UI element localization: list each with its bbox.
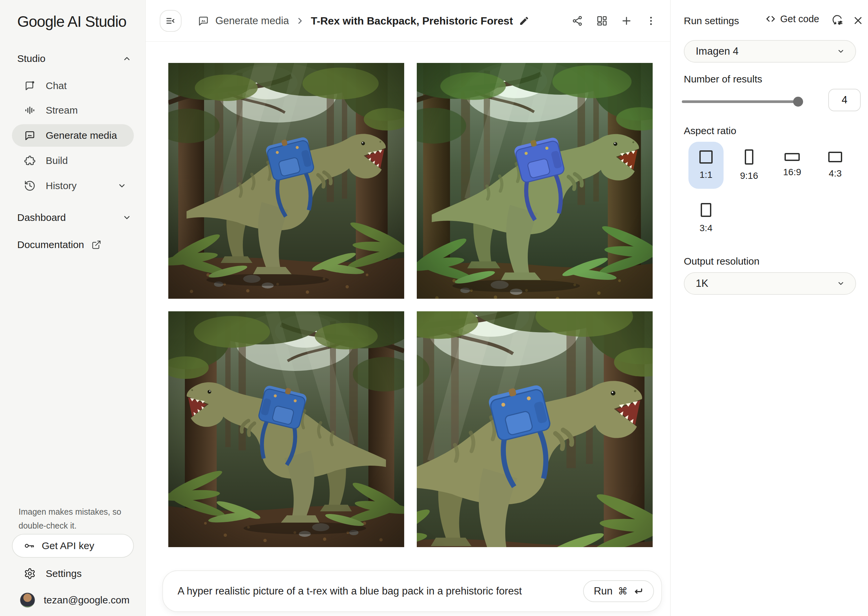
prompt-bar[interactable]: A hyper realistic picture of a t-rex wit…	[162, 570, 662, 612]
generated-image-1[interactable]	[168, 63, 404, 299]
google-ai-studio-app: Google AI Studio Studio Chat Stream Gene…	[0, 0, 868, 616]
main-content: Generate media T-Rex with Backpack, Preh…	[146, 0, 670, 616]
page-title: T-Rex with Backpack, Prehistoric Forest	[311, 15, 513, 27]
get-code-button[interactable]: Get code	[765, 13, 819, 25]
slider-track[interactable]	[682, 101, 803, 103]
main-topbar: Generate media T-Rex with Backpack, Preh…	[146, 0, 670, 42]
settings-button[interactable]: Settings	[24, 563, 82, 585]
build-puzzle-icon	[24, 155, 36, 167]
topbar-actions	[571, 0, 657, 42]
user-account[interactable]: tezan@google.com	[20, 589, 129, 611]
chat-icon	[24, 80, 36, 92]
sidebar-item-documentation[interactable]: Documentation	[17, 239, 132, 250]
aspect-ratio-4-3[interactable]: 4:3	[818, 142, 853, 189]
number-of-results-label: Number of results	[684, 74, 762, 85]
aspect-ratio-16-9[interactable]: 16:9	[775, 142, 810, 189]
documentation-label: Documentation	[17, 239, 84, 250]
chevron-down-icon	[121, 212, 132, 223]
slider-thumb[interactable]	[793, 97, 803, 107]
prompt-input[interactable]: A hyper realistic picture of a t-rex wit…	[178, 585, 583, 597]
number-of-results-slider[interactable]	[682, 97, 803, 107]
more-options-icon[interactable]	[645, 15, 657, 27]
output-resolution-select[interactable]: 1K	[684, 272, 856, 295]
aspect-ratio-3-4[interactable]: 3:4	[689, 195, 723, 242]
aspect-ratio-label: Aspect ratio	[684, 125, 736, 137]
model-disclaimer: Imagen makes mistakes, so double-check i…	[19, 505, 124, 533]
run-settings-title: Run settings	[684, 15, 739, 27]
command-key-glyph: ⌘	[618, 586, 627, 597]
run-button[interactable]: Run ⌘	[583, 580, 654, 602]
sidebar-item-label: History	[46, 180, 77, 192]
aspect-ratio-1-1[interactable]: 1:1	[689, 142, 723, 189]
breadcrumb: Generate media T-Rex with Backpack, Preh…	[197, 0, 530, 42]
edit-title-icon[interactable]	[519, 16, 530, 26]
app-logo[interactable]: Google AI Studio	[17, 13, 126, 30]
user-email: tezan@google.com	[44, 594, 129, 606]
model-select[interactable]: Imagen 4	[684, 40, 856, 63]
chevron-up-icon	[121, 53, 132, 64]
sidebar-item-chat[interactable]: Chat	[12, 74, 134, 97]
get-api-key-button[interactable]: Get API key	[12, 534, 134, 558]
key-icon	[24, 540, 35, 552]
collapse-sidebar-icon	[165, 15, 176, 27]
sidebar-section-dashboard[interactable]: Dashboard	[17, 212, 132, 223]
get-api-key-label: Get API key	[42, 540, 94, 552]
run-settings-header: Run settings Get code	[671, 0, 868, 42]
sidebar: Google AI Studio Studio Chat Stream Gene…	[0, 0, 146, 616]
sidebar-item-label: Generate media	[46, 130, 117, 141]
generated-image-3[interactable]	[168, 311, 404, 547]
reset-settings-icon[interactable]	[831, 14, 844, 27]
sidebar-item-stream[interactable]: Stream	[12, 99, 134, 121]
avatar	[20, 592, 35, 608]
chevron-right-icon	[295, 16, 305, 26]
ratio-9-16-icon	[745, 149, 753, 165]
chevron-down-icon	[836, 279, 846, 288]
run-button-label: Run	[594, 585, 613, 597]
breadcrumb-generate-media[interactable]: Generate media	[215, 15, 289, 27]
code-icon	[765, 13, 776, 25]
sidebar-item-history[interactable]: History	[12, 174, 134, 197]
sidebar-item-label: Build	[46, 155, 68, 166]
model-select-value: Imagen 4	[696, 46, 739, 57]
ratio-1-1-icon	[699, 150, 712, 163]
ratio-3-4-icon	[701, 203, 711, 217]
number-of-results-input[interactable]: 4	[828, 89, 861, 111]
ratio-4-3-icon	[828, 152, 842, 162]
get-code-label: Get code	[780, 14, 819, 25]
generated-image-2[interactable]	[417, 63, 653, 299]
new-prompt-icon[interactable]	[621, 15, 632, 27]
dashboard-grid-icon[interactable]	[596, 15, 608, 27]
sidebar-item-label: Stream	[46, 105, 78, 116]
stream-waveform-icon	[24, 104, 36, 116]
sidebar-item-build[interactable]: Build	[12, 149, 134, 172]
share-icon[interactable]	[571, 15, 583, 27]
output-resolution-value: 1K	[696, 278, 708, 289]
settings-label: Settings	[46, 568, 82, 579]
section-studio-label: Studio	[17, 53, 46, 64]
sidebar-item-generate-media[interactable]: Generate media	[12, 124, 134, 147]
close-panel-icon[interactable]	[852, 14, 864, 27]
run-settings-panel: Run settings Get code Imagen 4 Number of…	[670, 0, 868, 616]
output-resolution-label: Output resolution	[684, 256, 760, 267]
return-key-icon	[633, 586, 643, 596]
sidebar-item-label: Chat	[46, 80, 67, 91]
history-icon	[24, 180, 36, 192]
generate-media-icon	[24, 129, 36, 141]
aspect-ratio-9-16[interactable]: 9:16	[731, 142, 767, 189]
generate-media-icon	[197, 15, 209, 27]
sidebar-section-studio[interactable]: Studio	[17, 53, 132, 64]
collapse-sidebar-button[interactable]	[160, 10, 182, 32]
chevron-down-icon	[836, 47, 846, 56]
ratio-16-9-icon	[785, 153, 800, 161]
gear-icon	[24, 568, 36, 580]
generated-image-4[interactable]	[417, 311, 653, 547]
external-link-icon	[91, 240, 101, 250]
chevron-down-icon	[116, 181, 127, 191]
section-dashboard-label: Dashboard	[17, 212, 66, 223]
